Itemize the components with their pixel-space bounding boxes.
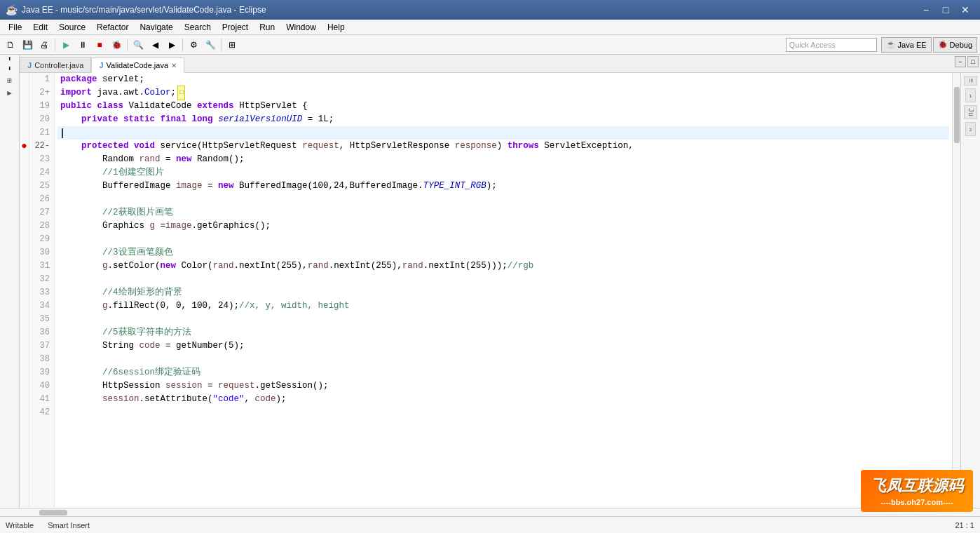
- title-bar: ☕ Java EE - music/src/main/java/servlet/…: [0, 0, 980, 20]
- menu-run[interactable]: Run: [254, 20, 280, 34]
- tab-controller[interactable]: J Controller.java: [20, 57, 91, 72]
- perspective-buttons: ☕ Java EE 🐞 Debug: [881, 37, 977, 53]
- ln-1: 1: [31, 73, 50, 86]
- toolbar-open-perspective[interactable]: ⊞: [224, 37, 240, 53]
- toolbar-print[interactable]: 🖨: [36, 37, 52, 53]
- left-sidebar-top-icon[interactable]: ⬆: [7, 55, 11, 63]
- gutter-22-bp[interactable]: ●: [20, 140, 29, 153]
- toolbar-forward[interactable]: ▶: [164, 37, 179, 53]
- toolbar-search[interactable]: 🔍: [130, 37, 146, 53]
- tab-validatecode-close[interactable]: ✕: [171, 62, 177, 69]
- toolbar-clean[interactable]: 🔧: [203, 37, 218, 53]
- close-button[interactable]: ✕: [956, 3, 974, 17]
- toolbar-sep-1: [55, 39, 55, 51]
- menu-window[interactable]: Window: [280, 20, 322, 34]
- code-line-25: BufferedImage image = new BufferedImage(…: [57, 180, 949, 193]
- ln-19: 19: [31, 100, 50, 113]
- ln-24: 24: [31, 166, 50, 180]
- ln-25: 25: [31, 180, 50, 193]
- code-line-21[interactable]: [57, 126, 949, 140]
- window-controls: − □ ✕: [917, 3, 974, 17]
- menu-source[interactable]: Source: [53, 20, 91, 34]
- toolbar-pause[interactable]: ⏸: [75, 37, 90, 53]
- status-cursor: 21 : 1: [955, 521, 974, 529]
- code-line-2: import java.awt.Color;□: [57, 86, 949, 100]
- right-sidebar-icon-3[interactable]: ₂: [965, 122, 975, 136]
- code-line-38: [57, 353, 949, 366]
- tab-validatecode-label: ValidateCode.java: [107, 61, 168, 69]
- ln-36: 36: [31, 326, 50, 339]
- toolbar-back[interactable]: ◀: [147, 37, 163, 53]
- ln-29: 29: [31, 233, 50, 246]
- toolbar-sep-2: [127, 39, 128, 51]
- menu-project[interactable]: Project: [217, 20, 254, 34]
- debug-perspective[interactable]: 🐞 Debug: [933, 37, 977, 53]
- editor-sidebar-icon-1[interactable]: ⊞: [6, 74, 13, 86]
- code-line-40: HttpSession session = request.getSession…: [57, 379, 949, 393]
- code-line-42: [57, 406, 949, 419]
- scrollbar-thumb[interactable]: [954, 87, 960, 143]
- maximize-button[interactable]: □: [937, 3, 955, 17]
- gutter-19: [20, 100, 29, 113]
- toolbar-run[interactable]: ▶: [58, 37, 74, 53]
- ln-21: 21: [31, 126, 50, 140]
- code-line-30: //3设置画笔颜色: [57, 246, 949, 259]
- watermark-url: ----bbs.oh27.com----: [880, 498, 953, 506]
- tab-validatecode[interactable]: J ValidateCode.java ✕: [91, 58, 184, 73]
- code-line-26: [57, 193, 949, 206]
- h-scrollbar-thumb[interactable]: [39, 510, 67, 515]
- right-sidebar-icon-2[interactable]: ₁: [965, 88, 975, 102]
- right-sidebar-icon-1[interactable]: ≡: [964, 76, 977, 86]
- toolbar-sep-3: [182, 39, 183, 51]
- ln-20: 20: [31, 113, 50, 126]
- code-line-36: //5获取字符串的方法: [57, 326, 949, 339]
- java-ee-perspective[interactable]: ☕ Java EE: [881, 37, 932, 53]
- mini-scrollbar[interactable]: [952, 73, 960, 508]
- code-line-28: Graphics g =image.getGraphics();: [57, 220, 949, 233]
- window-title: Java EE - music/src/main/java/servlet/Va…: [22, 5, 917, 15]
- gutter-20: [20, 113, 29, 126]
- toolbar: 🗋 💾 🖨 ▶ ⏸ ■ 🐞 🔍 ◀ ▶ ⚙ 🔧 ⊞ Quick Access ☕…: [0, 35, 980, 55]
- ln-27: 27: [31, 206, 50, 220]
- ln-35: 35: [31, 313, 50, 326]
- left-sidebar-bot-icon[interactable]: ⬇: [7, 65, 11, 73]
- menu-bar: File Edit Source Refactor Navigate Searc…: [0, 20, 980, 35]
- horizontal-scrollbar[interactable]: [0, 508, 980, 516]
- ln-22: 22-: [31, 140, 50, 153]
- code-line-19: public class ValidateCode extends HttpSe…: [57, 100, 949, 113]
- toolbar-save[interactable]: 💾: [20, 37, 35, 53]
- tab-max-btn[interactable]: □: [967, 56, 979, 67]
- menu-edit[interactable]: Edit: [27, 20, 53, 34]
- code-line-31: g.setColor(new Color(rand.nextInt(255),r…: [57, 259, 949, 273]
- tab-controls: − □: [955, 56, 979, 67]
- ln-30: 30: [31, 246, 50, 259]
- code-editor[interactable]: package servlet; import java.awt.Color;□…: [55, 73, 952, 508]
- tab-validatecode-icon: J: [99, 61, 103, 69]
- minimize-button[interactable]: −: [917, 3, 935, 17]
- tab-min-btn[interactable]: −: [955, 56, 966, 67]
- menu-file[interactable]: File: [3, 20, 27, 34]
- gutter-2: [20, 86, 29, 100]
- code-line-22: protected void service(HttpServletReques…: [57, 140, 949, 153]
- ln-42: 42: [31, 406, 50, 419]
- code-line-33: //4绘制矩形的背景: [57, 286, 949, 299]
- code-line-32: [57, 273, 949, 286]
- menu-search[interactable]: Search: [179, 20, 217, 34]
- code-line-1: package servlet;: [57, 73, 949, 86]
- quick-access-input[interactable]: Quick Access: [786, 38, 877, 52]
- ln-38: 38: [31, 353, 50, 366]
- menu-navigate[interactable]: Navigate: [134, 20, 178, 34]
- code-line-41: session.setAttribute("code", code);: [57, 393, 949, 406]
- toolbar-build[interactable]: ⚙: [186, 37, 201, 53]
- right-sidebar-icon-ju[interactable]: Ju: [964, 105, 977, 119]
- tab-controller-label: Controller.java: [34, 61, 83, 69]
- ln-32: 32: [31, 273, 50, 286]
- toolbar-stop[interactable]: ■: [92, 37, 107, 53]
- menu-refactor[interactable]: Refactor: [91, 20, 134, 34]
- toolbar-sep-4: [221, 39, 222, 51]
- code-line-39: //6session绑定验证码: [57, 366, 949, 379]
- toolbar-debug[interactable]: 🐞: [109, 37, 124, 53]
- editor-sidebar-icon-2[interactable]: ▶: [6, 87, 13, 99]
- menu-help[interactable]: Help: [322, 20, 351, 34]
- toolbar-new[interactable]: 🗋: [3, 37, 18, 53]
